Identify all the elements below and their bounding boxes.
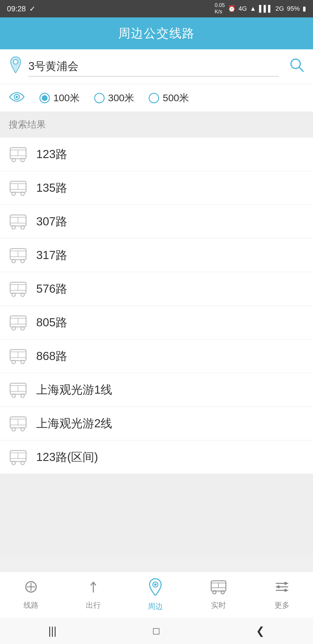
nav-item-routes[interactable]: 线路 (18, 576, 44, 613)
status-left: 09:28 ✓ (7, 4, 36, 13)
more-icon (274, 579, 290, 598)
distance-500m-label: 500米 (163, 91, 189, 105)
distance-100m-label: 100米 (53, 91, 80, 105)
routes-icon (23, 579, 39, 598)
list-item[interactable]: 135路 (0, 171, 313, 205)
bottom-nav: 线路 出行 周边 (0, 571, 313, 618)
bus-icon (9, 180, 28, 196)
page-title: 周边公交线路 (118, 25, 195, 41)
search-location-text[interactable]: 3号黄浦会 (28, 57, 279, 76)
route-name: 317路 (36, 247, 67, 263)
list-item[interactable]: 868路 (0, 339, 313, 373)
list-item[interactable]: 上海观光游1线 (0, 373, 313, 407)
bus-icon (9, 247, 28, 263)
route-name: 123路(区间) (36, 449, 98, 465)
bus-icon (9, 314, 28, 330)
status-battery-percent: 95% (287, 5, 300, 12)
distance-radio-group: 100米 300米 500米 (39, 91, 189, 105)
nav-label-realtime: 实时 (211, 600, 226, 610)
bus-icon (9, 214, 28, 229)
route-name: 805路 (36, 314, 67, 330)
list-item[interactable]: 576路 (0, 272, 313, 306)
nav-item-more[interactable]: 更多 (269, 576, 295, 613)
status-check-icon: ✓ (29, 4, 36, 13)
list-item[interactable]: 805路 (0, 306, 313, 339)
results-header: 搜索结果 (0, 112, 313, 138)
search-input-container: 3号黄浦会 (28, 57, 279, 77)
list-item[interactable]: 上海观光游2线 (0, 407, 313, 440)
search-area: 3号黄浦会 (0, 49, 313, 84)
status-battery-icon: ▮ (303, 5, 306, 12)
route-name: 576路 (36, 281, 67, 297)
nav-label-nearby: 周边 (148, 601, 163, 612)
svg-point-79 (284, 582, 287, 585)
status-4g: 4G (239, 5, 247, 12)
route-name: 123路 (36, 146, 67, 162)
bus-icon (9, 382, 28, 398)
realtime-icon (210, 579, 227, 598)
nav-item-nearby[interactable]: 周边 (142, 575, 169, 614)
bus-icon (9, 146, 28, 162)
route-name: 307路 (36, 214, 67, 229)
results-header-label: 搜索结果 (9, 119, 46, 130)
status-2g: 2G (276, 5, 284, 12)
svg-line-2 (299, 67, 303, 71)
route-name: 上海观光游2线 (36, 415, 112, 431)
status-bars-icon: ▌▌▌ (259, 5, 273, 12)
svg-point-0 (13, 59, 18, 64)
bus-icon (9, 348, 28, 364)
route-name: 上海观光游1线 (36, 382, 112, 398)
distance-300m-label: 300米 (108, 91, 134, 105)
nearby-icon (148, 578, 163, 599)
list-item[interactable]: 123路(区间) (0, 440, 313, 474)
recent-apps-button[interactable]: ||| (48, 625, 57, 637)
radio-500m-circle (149, 93, 159, 103)
route-name: 868路 (36, 348, 67, 364)
search-button[interactable] (289, 57, 304, 76)
nav-item-directions[interactable]: 出行 (80, 576, 107, 613)
directions-icon (86, 579, 101, 598)
bus-icon (9, 415, 28, 431)
svg-point-4 (16, 96, 18, 98)
distance-100m[interactable]: 100米 (39, 91, 80, 105)
svg-point-81 (284, 589, 287, 592)
distance-300m[interactable]: 300米 (94, 91, 134, 105)
status-right: 0.05K/s ⏰ 4G ▲ ▌▌▌ 2G 95% ▮ (215, 2, 306, 15)
status-time: 09:28 (7, 4, 26, 13)
status-alarm-icon: ⏰ (228, 5, 236, 12)
radio-100m-circle (39, 93, 50, 103)
svg-point-80 (277, 585, 280, 588)
nav-item-realtime[interactable]: 实时 (204, 576, 233, 613)
system-nav-bar: ||| □ ❮ (0, 618, 313, 644)
list-item[interactable]: 123路 (0, 138, 313, 171)
list-item[interactable]: 307路 (0, 205, 313, 238)
header: 周边公交线路 (0, 17, 313, 49)
location-icon (9, 56, 23, 77)
radio-300m-circle (94, 93, 105, 103)
status-bar: 09:28 ✓ 0.05K/s ⏰ 4G ▲ ▌▌▌ 2G 95% ▮ (0, 0, 313, 17)
home-button[interactable]: □ (153, 625, 159, 637)
list-item[interactable]: 317路 (0, 238, 313, 272)
back-button[interactable]: ❮ (256, 625, 265, 637)
bus-icon (9, 281, 28, 297)
distance-filter: 100米 300米 500米 (0, 84, 313, 112)
nav-label-more: 更多 (274, 600, 290, 610)
eye-icon (9, 90, 25, 106)
results-list: 123路 135路 307路 (0, 138, 313, 474)
bus-icon (9, 449, 28, 465)
status-signal-icon: ▲ (250, 5, 256, 12)
nav-label-directions: 出行 (86, 600, 101, 610)
content-spacer (0, 474, 313, 555)
status-speed: 0.05K/s (215, 2, 225, 15)
svg-point-69 (154, 583, 156, 586)
nav-label-routes: 线路 (23, 600, 39, 610)
distance-500m[interactable]: 500米 (149, 91, 189, 105)
route-name: 135路 (36, 180, 67, 196)
